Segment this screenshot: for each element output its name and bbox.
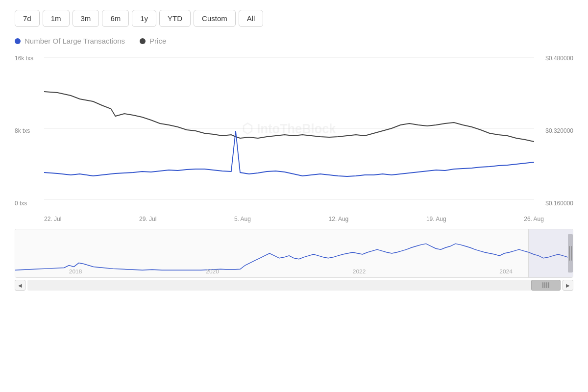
y-label-top-left: 16k txs <box>15 55 44 62</box>
x-label-1: 29. Jul <box>139 216 156 222</box>
y-label-top-right: $0.480000 <box>534 55 573 62</box>
scroll-track[interactable] <box>27 280 561 291</box>
svg-text:2020: 2020 <box>206 268 219 275</box>
y-label-bot-left: 0 txs <box>15 200 44 207</box>
scroll-left-btn[interactable]: ◀ <box>15 280 25 291</box>
legend-label-transactions: Number Of Large Transactions <box>24 37 125 45</box>
svg-text:2018: 2018 <box>69 268 82 275</box>
navigator-container: 2018 2020 2022 2024 ◀ <box>15 229 573 291</box>
svg-rect-11 <box>568 234 573 272</box>
legend-price: Price <box>140 37 166 45</box>
legend-transactions: Number Of Large Transactions <box>15 37 125 45</box>
scroll-thumb-grip <box>542 282 549 288</box>
main-chart: ⬡ IntoTheBlock <box>44 52 534 209</box>
grip-line-3 <box>546 282 547 288</box>
time-btn-7d[interactable]: 7d <box>15 10 40 27</box>
x-label-5: 26. Aug <box>524 216 544 222</box>
svg-text:2024: 2024 <box>499 268 513 275</box>
scroll-thumb[interactable] <box>531 280 561 291</box>
legend-dot-dark <box>140 38 146 44</box>
y-axis-right: $0.480000 $0.320000 $0.160000 <box>534 52 573 209</box>
x-label-4: 19. Aug <box>426 216 446 222</box>
time-btn-3m[interactable]: 3m <box>73 10 99 27</box>
legend-dot-blue <box>15 38 21 44</box>
scrollbar: ◀ ▶ <box>15 280 573 291</box>
x-axis: 22. Jul 29. Jul 5. Aug 12. Aug 19. Aug 2… <box>15 213 573 225</box>
svg-text:2022: 2022 <box>353 268 366 275</box>
time-btn-6m[interactable]: 6m <box>102 10 129 27</box>
time-btn-ytd[interactable]: YTD <box>159 10 191 27</box>
grip-line-1 <box>542 282 543 288</box>
grip-line-2 <box>544 282 545 288</box>
svg-text:⬡ IntoTheBlock: ⬡ IntoTheBlock <box>242 121 336 136</box>
y-label-bot-right: $0.160000 <box>534 200 573 207</box>
time-btn-1y[interactable]: 1y <box>132 10 156 27</box>
time-btn-custom[interactable]: Custom <box>194 10 236 27</box>
y-axis-left: 16k txs 8k txs 0 txs <box>15 52 44 209</box>
time-btn-1m[interactable]: 1m <box>43 10 70 27</box>
x-label-2: 5. Aug <box>234 216 251 222</box>
time-btn-all[interactable]: All <box>239 10 264 27</box>
x-label-3: 12. Aug <box>329 216 349 222</box>
navigator-chart[interactable]: 2018 2020 2022 2024 <box>15 229 573 278</box>
y-label-mid-right: $0.320000 <box>534 127 573 134</box>
legend-label-price: Price <box>149 37 166 45</box>
y-label-mid-left: 8k txs <box>15 127 44 134</box>
svg-rect-5 <box>529 229 573 277</box>
scroll-right-btn[interactable]: ▶ <box>563 280 573 291</box>
grip-line-4 <box>548 282 549 288</box>
navigator-svg: 2018 2020 2022 2024 <box>15 229 573 277</box>
x-label-0: 22. Jul <box>44 216 61 222</box>
chart-legend: Number Of Large Transactions Price <box>15 37 573 45</box>
time-range-selector: 7d 1m 3m 6m 1y YTD Custom All <box>15 10 573 27</box>
